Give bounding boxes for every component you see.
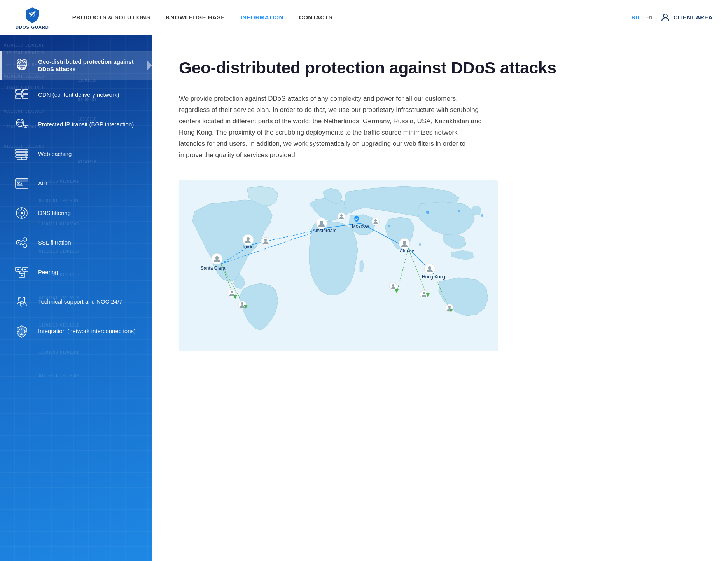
svg-line-72 [18,271,22,274]
svg-point-110 [428,266,431,269]
svg-line-65 [21,240,23,242]
svg-point-128 [426,211,429,214]
svg-line-66 [21,243,23,245]
nav-products[interactable]: PRODUCTS & SOLUTIONS [72,14,150,21]
svg-point-43 [26,150,27,151]
svg-rect-24 [16,89,21,93]
svg-point-127 [448,306,451,308]
svg-point-119 [340,214,343,217]
sidebar-item-dns[interactable]: DNS filtering [0,198,152,228]
sidebar-item-label-8: Technical support and NOC 24/7 [38,298,122,306]
svg-point-130 [481,214,483,217]
header-right: Ru | En CLIENT AREA [631,12,712,23]
svg-rect-27 [23,95,28,99]
sidebar-item-cdn[interactable]: CDN (content delivery network) [0,80,152,110]
main-nav: PRODUCTS & SOLUTIONS KNOWLEDGE BASE INFO… [72,14,632,21]
integration-icon [13,323,30,340]
sidebar-item-support[interactable]: Technical support and NOC 24/7 [0,287,152,316]
svg-text:Almaty: Almaty [400,248,414,253]
svg-point-33 [23,90,24,91]
svg-point-64 [23,244,27,248]
svg-point-117 [264,239,267,241]
client-area-button[interactable]: CLIENT AREA [660,12,712,23]
sidebar-item-label-7: Peering [38,268,58,276]
svg-point-1 [663,14,667,18]
user-icon [660,12,670,23]
svg-point-76 [21,275,23,276]
svg-point-74 [18,269,19,270]
svg-point-31 [16,90,18,91]
sidebar-item-integration[interactable]: Integration (network interconnections) [0,316,152,346]
svg-text:10101100 01001101: 10101100 01001101 [39,350,79,355]
svg-point-44 [26,153,27,154]
svg-point-78 [20,302,23,306]
page-title: Geo-distributed protection against DDoS … [179,58,701,78]
peering-icon [13,264,30,281]
lang-switcher: Ru | En [631,14,652,21]
svg-point-100 [247,237,250,240]
svg-point-129 [458,210,460,212]
shield-globe-icon [13,57,30,74]
svg-point-67 [18,242,19,243]
svg-point-57 [21,212,23,214]
svg-point-32 [16,96,18,97]
logo-text: DDOS-GUARD [16,25,49,30]
logo-icon [23,5,42,24]
logo[interactable]: DDOS-GUARD [16,5,49,30]
globe-monitor-icon [13,116,30,133]
sidebar-item-label-0: Geo-distributed protection against DDoS … [38,58,140,73]
map-container: Santa Clara Toronto Amsterdam [179,180,498,351]
sidebar-item-label-2: Protected IP transit (BGP interaction) [38,121,134,128]
svg-point-34 [23,96,24,97]
sidebar-item-ssl[interactable]: SSL filtration [0,228,152,257]
sidebar: 01001010 11001101 11010101 00101010 1001… [0,35,152,561]
svg-point-75 [24,269,26,270]
svg-point-113 [231,291,233,293]
svg-point-131 [388,225,390,227]
sidebar-item-ip-transit[interactable]: Protected IP transit (BGP interaction) [0,110,152,139]
ssl-icon [13,234,30,251]
svg-rect-26 [23,89,28,93]
page-description: We provide protection against DDoS attac… [179,93,482,161]
svg-text:Amsterdam: Amsterdam [313,228,336,233]
lang-separator: | [641,14,643,21]
svg-point-97 [215,256,219,259]
sidebar-item-ddos[interactable]: Geo-distributed protection against DDoS … [0,51,152,80]
svg-text:API: API [17,181,22,184]
nav-information[interactable]: INFORMATION [241,14,284,21]
svg-point-132 [419,243,421,246]
header: DDOS-GUARD PRODUCTS & SOLUTIONS KNOWLEDG… [0,0,728,35]
svg-text:Toronto: Toronto [242,244,257,250]
svg-text:Hong Kong: Hong Kong [422,274,445,280]
sidebar-item-label-6: SSL filtration [38,239,71,246]
lang-ru[interactable]: Ru [631,14,639,21]
sidebar-item-label-9: Integration (network interconnections) [38,327,136,335]
sidebar-item-webcache[interactable]: Web caching [0,139,152,169]
client-area-label: CLIENT AREA [674,14,712,21]
cdn-icon [13,86,30,103]
sidebar-item-api[interactable]: API API [0,169,152,198]
svg-text:Santa Clara: Santa Clara [201,266,226,271]
support-icon [13,293,30,310]
svg-point-103 [320,221,323,224]
main-layout: 01001010 11001101 11010101 00101010 1001… [0,35,728,561]
sidebar-item-peering[interactable]: Peering [0,257,152,287]
svg-text:01010011 10110100: 01010011 10110100 [39,374,79,378]
world-map: Santa Clara Toronto Amsterdam [179,180,498,351]
svg-line-73 [24,271,25,274]
svg-point-125 [423,292,425,294]
svg-point-123 [392,284,394,287]
svg-point-121 [374,219,377,222]
nav-contacts[interactable]: CONTACTS [299,14,332,21]
main-content: Geo-distributed protection against DDoS … [152,35,728,561]
sidebar-items: Geo-distributed protection against DDoS … [0,43,152,346]
web-cache-icon [13,145,30,163]
dns-icon [13,204,30,222]
svg-text:Moscow: Moscow [352,224,369,229]
api-icon: API [13,175,30,192]
sidebar-item-label-4: API [38,180,47,187]
sidebar-item-label-3: Web caching [38,150,72,158]
lang-en[interactable]: En [645,14,652,21]
sidebar-item-label-1: CDN (content delivery network) [38,91,119,99]
nav-knowledge[interactable]: KNOWLEDGE BASE [166,14,225,21]
